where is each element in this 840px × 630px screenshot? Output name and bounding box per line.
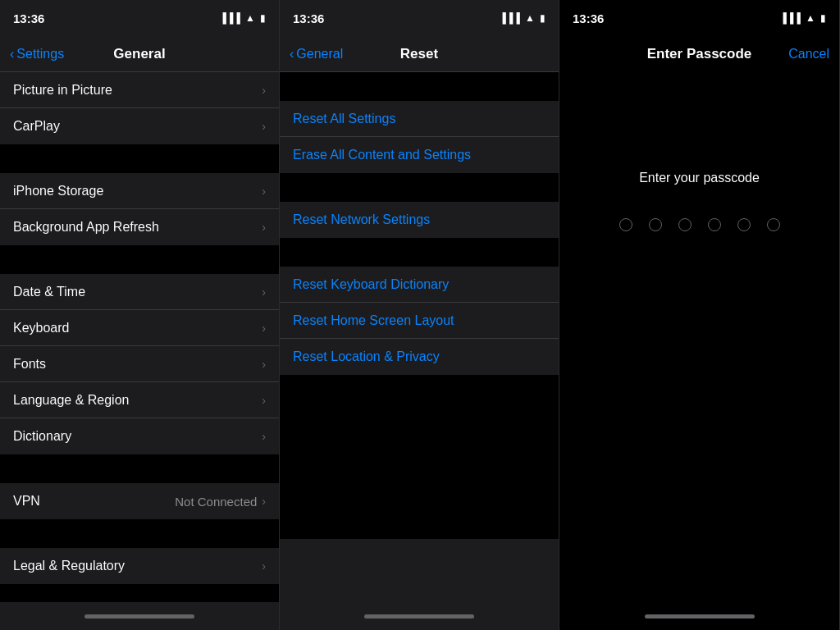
reset-group-2: Reset Network Settings [280, 202, 559, 238]
row-carplay[interactable]: CarPlay › [0, 108, 279, 144]
row-background-refresh[interactable]: Background App Refresh › [0, 209, 279, 245]
nav-back-label-reset[interactable]: General [296, 47, 343, 62]
status-icons-passcode: ▐▐▐ ▲ ▮ [780, 12, 826, 24]
status-icons-general: ▐▐▐ ▲ ▮ [220, 12, 266, 24]
reset-gap-1 [280, 173, 559, 202]
nav-bar-reset: ‹ General Reset [280, 36, 559, 72]
row-label-fonts: Fonts [13, 357, 262, 372]
chevron-icon-refresh: › [262, 221, 266, 234]
passcode-circle-6 [767, 218, 780, 231]
battery-icon-passcode: ▮ [820, 12, 826, 24]
row-legal[interactable]: Legal & Regulatory › [0, 548, 279, 584]
row-label-pip: Picture in Picture [13, 83, 262, 98]
chevron-icon-datetime: › [262, 285, 266, 299]
row-label-keyboard: Keyboard [13, 321, 262, 336]
signal-icon-passcode: ▐▐▐ [780, 12, 801, 24]
passcode-hint-text: Enter your passcode [639, 171, 760, 185]
row-reset-location-privacy[interactable]: Reset Location & Privacy [280, 339, 559, 375]
row-reset-home-screen[interactable]: Reset Home Screen Layout [280, 303, 559, 339]
chevron-icon-dictionary: › [262, 430, 266, 443]
chevron-icon-fonts: › [262, 358, 266, 371]
row-reset-all-settings[interactable]: Reset All Settings [280, 101, 559, 137]
home-indicator-general [0, 602, 279, 630]
gap-3 [0, 454, 279, 483]
status-time-reset: 13:36 [293, 11, 324, 25]
wifi-icon-passcode: ▲ [806, 12, 815, 24]
home-bar-general [84, 614, 194, 619]
row-label-legal: Legal & Regulatory [13, 559, 262, 573]
row-label-carplay: CarPlay [13, 119, 262, 134]
status-bar-general: 13:36 ▐▐▐ ▲ ▮ [0, 0, 279, 36]
home-indicator-reset [280, 602, 559, 630]
nav-bar-passcode: Enter Passcode Cancel [559, 36, 839, 72]
signal-icon-reset: ▐▐▐ [500, 12, 521, 24]
nav-title-passcode: Enter Passcode [647, 46, 752, 62]
status-bar-passcode: 13:36 ▐▐▐ ▲ ▮ [559, 0, 839, 36]
home-bar-passcode [645, 614, 755, 619]
row-dictionary[interactable]: Dictionary › [0, 418, 279, 454]
label-reset-network: Reset Network Settings [293, 212, 430, 227]
passcode-circle-1 [619, 218, 632, 231]
row-reset-network[interactable]: Reset Network Settings [280, 202, 559, 238]
reset-panel: 13:36 ▐▐▐ ▲ ▮ ‹ General Reset Reset All … [280, 0, 559, 630]
nav-back-general[interactable]: ‹ Settings [10, 47, 64, 62]
gap-1 [0, 144, 279, 173]
reset-gap-top [280, 72, 559, 101]
section-pip-carplay: Picture in Picture › CarPlay › [0, 72, 279, 144]
back-chevron-icon: ‹ [10, 47, 14, 62]
nav-cancel-passcode[interactable]: Cancel [788, 47, 829, 62]
chevron-icon-pip: › [262, 84, 266, 97]
status-time-general: 13:36 [13, 11, 44, 25]
passcode-circle-3 [678, 218, 692, 231]
chevron-icon-language: › [262, 394, 266, 407]
label-erase-all-content: Erase All Content and Settings [293, 148, 471, 162]
row-label-storage: iPhone Storage [13, 184, 262, 199]
row-erase-all-content[interactable]: Erase All Content and Settings [280, 137, 559, 173]
status-icons-reset: ▐▐▐ ▲ ▮ [500, 12, 546, 24]
chevron-icon-carplay: › [262, 120, 266, 133]
nav-title-general: General [113, 46, 165, 62]
back-chevron-icon-reset: ‹ [290, 47, 294, 62]
row-label-datetime: Date & Time [13, 285, 262, 299]
chevron-icon-keyboard: › [262, 322, 266, 335]
passcode-content: Enter your passcode [559, 72, 839, 602]
section-legal: Legal & Regulatory › [0, 548, 279, 584]
nav-back-label[interactable]: Settings [16, 47, 64, 62]
section-storage-refresh: iPhone Storage › Background App Refresh … [0, 173, 279, 245]
gap-5 [0, 584, 279, 602]
reset-bottom-space [280, 375, 559, 539]
row-label-vpn: VPN [13, 494, 175, 509]
general-scroll: Picture in Picture › CarPlay › iPhone St… [0, 72, 279, 602]
row-label-refresh: Background App Refresh [13, 220, 262, 235]
passcode-panel: 13:36 ▐▐▐ ▲ ▮ Enter Passcode Cancel Ente… [559, 0, 840, 630]
home-bar-reset [364, 614, 474, 619]
label-reset-location-privacy: Reset Location & Privacy [293, 349, 440, 364]
chevron-icon-storage: › [262, 185, 266, 198]
nav-bar-general: ‹ Settings General [0, 36, 279, 72]
battery-icon-reset: ▮ [540, 12, 546, 24]
label-reset-keyboard-dict: Reset Keyboard Dictionary [293, 277, 449, 292]
nav-back-reset[interactable]: ‹ General [290, 47, 343, 62]
row-picture-in-picture[interactable]: Picture in Picture › [0, 72, 279, 108]
row-iphone-storage[interactable]: iPhone Storage › [0, 173, 279, 209]
battery-icon: ▮ [260, 12, 266, 24]
label-reset-home-screen: Reset Home Screen Layout [293, 313, 454, 328]
row-keyboard[interactable]: Keyboard › [0, 310, 279, 346]
passcode-circles [619, 218, 780, 231]
row-language-region[interactable]: Language & Region › [0, 382, 279, 418]
wifi-icon: ▲ [245, 12, 255, 24]
row-label-dictionary: Dictionary [13, 429, 262, 444]
reset-gap-2 [280, 238, 559, 267]
section-locale: Date & Time › Keyboard › Fonts › Languag… [0, 274, 279, 454]
gap-4 [0, 519, 279, 548]
label-reset-all-settings: Reset All Settings [293, 112, 395, 126]
row-reset-keyboard-dict[interactable]: Reset Keyboard Dictionary [280, 267, 559, 303]
passcode-circle-2 [649, 218, 662, 231]
chevron-icon-legal: › [262, 559, 266, 573]
row-date-time[interactable]: Date & Time › [0, 274, 279, 310]
general-panel: 13:36 ▐▐▐ ▲ ▮ ‹ Settings General Picture… [0, 0, 280, 630]
section-vpn: VPN Not Connected › [0, 483, 279, 519]
row-vpn[interactable]: VPN Not Connected › [0, 483, 279, 519]
reset-group-1: Reset All Settings Erase All Content and… [280, 101, 559, 173]
row-fonts[interactable]: Fonts › [0, 346, 279, 382]
